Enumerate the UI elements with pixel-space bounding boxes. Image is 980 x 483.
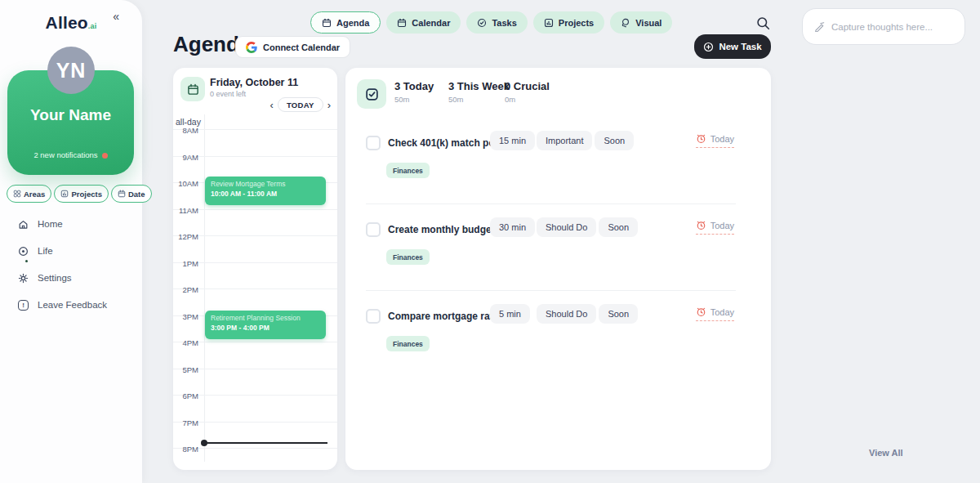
task-timing-chip[interactable]: Soon [599,304,638,324]
hour-label: 8AM [173,126,198,135]
calendar-events-left: 0 event left [210,90,246,98]
task-priority-chip[interactable]: Important [537,131,592,150]
current-time-line [204,442,327,444]
task-tag-finances[interactable]: Finances [386,163,430,178]
alarm-icon [696,306,706,317]
calendar-date-title: Friday, October 11 [210,77,298,88]
calendar-icon [322,18,332,28]
app-root: Alleo.ai « YN Your Name 2 new notificati… [0,0,980,483]
avatar[interactable]: YN [47,47,95,94]
life-indicator-dot [25,260,28,262]
task-priority-group: Should Do Soon [537,304,638,324]
stat-today: 3 Today50m [394,80,434,104]
hour-label: 8PM [173,445,198,454]
tab-tasks[interactable]: Tasks [466,11,527,34]
notifications-text[interactable]: 2 new notifications [7,150,134,159]
connect-calendar-button[interactable]: Connect Calendar [235,36,350,58]
calendar-event[interactable]: Review Mortgage Terms 10:00 AM - 11:00 A… [205,177,326,205]
tasks-panel-icon [357,79,386,109]
task-timing-chip[interactable]: Soon [595,131,634,150]
google-logo-icon [246,42,257,53]
hour-label: 11AM [173,205,198,214]
hour-label: 5PM [173,364,198,373]
task-title: Create monthly budget [388,224,495,235]
calendar-event[interactable]: Retirement Planning Session 3:00 PM - 4:… [205,311,326,339]
filter-areas[interactable]: Areas [7,185,51,203]
today-button[interactable]: TODAY [278,97,323,112]
tab-calendar[interactable]: Calendar [386,11,461,34]
task-due-badge[interactable]: Today [696,133,734,148]
notification-dot-icon [102,153,108,159]
task-duration-chip[interactable]: 30 min [490,217,535,237]
hour-label: 7PM [173,418,198,427]
gear-icon [18,273,29,284]
chart-square-icon [60,190,69,198]
hour-label: 2PM [173,285,198,294]
task-checkbox[interactable] [366,309,381,324]
feedback-icon: ! [18,300,29,311]
alarm-icon [696,220,706,230]
tab-projects[interactable]: Projects [533,11,604,34]
prev-day-chevron-icon[interactable]: ‹ [270,100,274,110]
task-priority-group: Important Soon [537,131,634,150]
tab-visual[interactable]: Visual [610,11,672,34]
task-priority-group: Should Do Soon [537,217,638,237]
sidebar-item-settings[interactable]: Settings [0,268,142,288]
filter-projects[interactable]: Projects [54,185,109,203]
hour-label: 12PM [173,232,198,241]
task-duration-chip[interactable]: 15 min [490,131,535,150]
event-time: 3:00 PM - 4:00 PM [211,323,320,333]
view-all-link[interactable]: View All [869,448,903,458]
next-day-chevron-icon[interactable]: › [327,100,331,110]
sidebar-item-home[interactable]: Home [0,214,142,234]
task-checkbox[interactable] [366,136,381,150]
calendar-panel: Friday, October 11 0 event left ‹ TODAY … [173,68,337,470]
task-due-badge[interactable]: Today [696,220,734,235]
logo-suffix: .ai [88,22,97,30]
hour-label: 4PM [173,338,198,347]
task-priority-chip[interactable]: Should Do [537,217,596,237]
new-task-button[interactable]: New Task [694,34,771,59]
check-square-icon [365,87,379,101]
event-title: Retirement Planning Session [211,314,320,323]
capture-thoughts-box [802,8,965,45]
search-button[interactable] [754,14,772,32]
sidebar-item-life[interactable]: Life [0,241,142,261]
sidebar-nav: Home Life Settings !Leave Feedback [0,214,142,322]
hour-label: 6PM [173,391,198,400]
sidebar-collapse-icon[interactable]: « [113,10,119,23]
pen-icon [814,21,825,32]
task-duration-chip[interactable]: 5 min [490,304,530,324]
sidebar: Alleo.ai « YN Your Name 2 new notificati… [0,0,142,483]
task-row: Create monthly budget 30 min Should Do S… [366,213,736,291]
task-due-badge[interactable]: Today [696,306,734,321]
search-icon [756,16,770,30]
hour-label: 9AM [173,152,198,161]
check-circle-icon [477,18,487,28]
day-time-grid[interactable]: all-day 8AM 9AM 10AM 11AM 12PM 1PM 2PM 3… [173,114,337,462]
calendar-icon [187,83,199,96]
logo-text: Alleo [46,13,88,32]
event-time: 10:00 AM - 11:00 AM [211,189,320,199]
house-icon [18,219,29,230]
capture-thoughts-input[interactable] [831,22,953,32]
tab-agenda[interactable]: Agenda [310,11,381,34]
lasso-icon [621,18,630,28]
task-timing-chip[interactable]: Soon [599,217,638,237]
filter-row: Areas Projects Date [7,185,135,203]
filter-date[interactable]: Date [111,185,152,203]
plus-circle-icon [703,42,714,52]
tasks-panel: 3 Today50m 3 This Week50m 0 Crucial0m Ch… [345,68,771,470]
calendar-icon [118,190,126,198]
task-tag-finances[interactable]: Finances [386,336,430,351]
hour-label: 1PM [173,258,198,267]
app-logo: Alleo.ai [0,13,142,33]
calendar-nav: ‹ TODAY › [270,97,331,112]
calendar-panel-icon [180,77,205,101]
task-checkbox[interactable] [366,222,381,237]
task-priority-chip[interactable]: Should Do [537,304,596,324]
sidebar-item-leave-feedback[interactable]: !Leave Feedback [0,295,142,315]
task-tag-finances[interactable]: Finances [386,249,430,265]
user-name: Your Name [7,106,134,124]
task-row: Compare mortgage rates 5 min Should Do S… [366,300,736,378]
